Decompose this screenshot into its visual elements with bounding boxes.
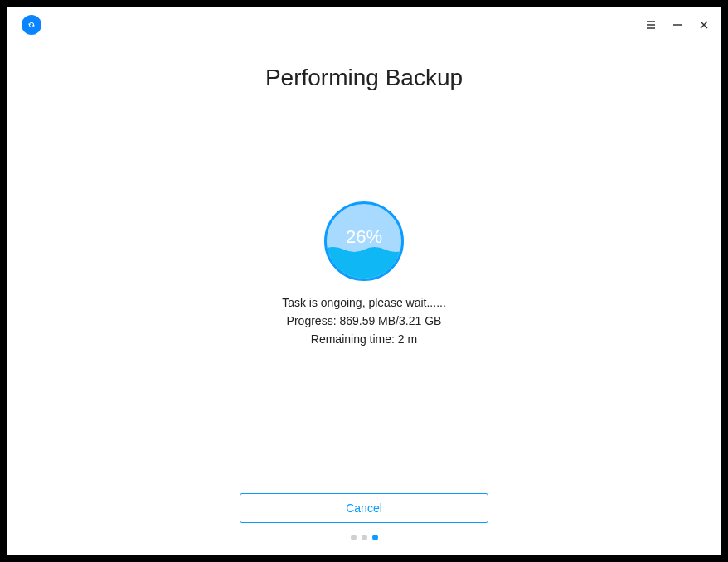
pagination-dot[interactable] bbox=[351, 535, 357, 540]
bottom-area: Cancel bbox=[7, 493, 721, 555]
menu-icon[interactable] bbox=[643, 17, 658, 32]
pagination-dots bbox=[7, 535, 721, 540]
pagination-dot[interactable] bbox=[362, 535, 367, 540]
close-icon[interactable] bbox=[696, 17, 711, 32]
app-logo-icon bbox=[22, 15, 41, 35]
content-area: 26% Task is ongoing, please wait...... P… bbox=[7, 91, 721, 493]
pagination-dot-active[interactable] bbox=[372, 535, 378, 540]
progress-fill bbox=[327, 252, 401, 279]
main-window: Performing Backup 26% Task is ongoing, p… bbox=[7, 7, 721, 555]
progress-detail: Progress: 869.59 MB/3.21 GB bbox=[287, 314, 442, 327]
remaining-time: Remaining time: 2 m bbox=[311, 332, 417, 346]
minimize-icon[interactable] bbox=[670, 17, 685, 32]
page-title: Performing Backup bbox=[7, 65, 721, 91]
cancel-button[interactable]: Cancel bbox=[240, 493, 488, 523]
window-controls bbox=[643, 17, 711, 32]
titlebar bbox=[7, 7, 721, 43]
progress-indicator: 26% bbox=[324, 201, 404, 281]
svg-point-0 bbox=[26, 19, 38, 31]
progress-percent: 26% bbox=[346, 226, 382, 248]
status-message: Task is ongoing, please wait...... bbox=[282, 296, 446, 309]
